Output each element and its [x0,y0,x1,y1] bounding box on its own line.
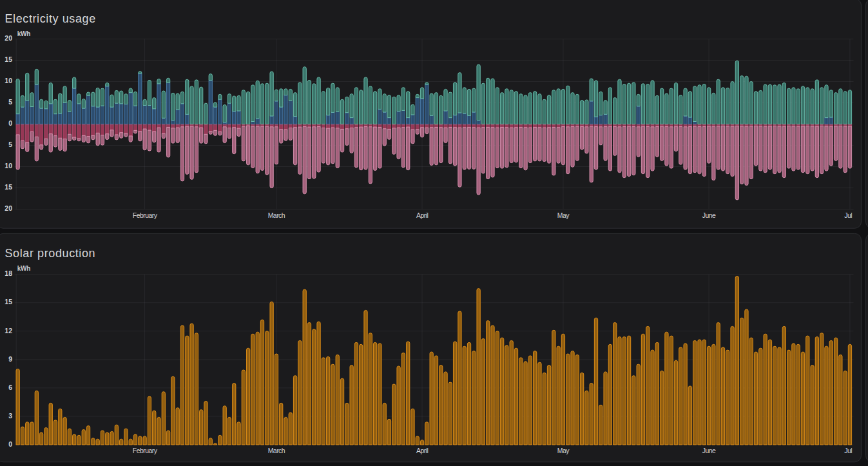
svg-text:kWh: kWh [17,30,31,37]
svg-text:0: 0 [8,440,12,448]
svg-text:15: 15 [5,298,12,306]
svg-text:April: April [416,211,428,219]
svg-text:February: February [133,211,158,219]
svg-text:Solar production: Solar production [5,247,96,260]
svg-text:9: 9 [8,355,12,363]
svg-text:0: 0 [8,119,12,127]
svg-text:20: 20 [5,204,12,212]
svg-text:3: 3 [8,412,12,420]
svg-text:5: 5 [8,141,12,148]
svg-text:5: 5 [8,98,12,106]
svg-text:15: 15 [5,183,12,191]
svg-text:20: 20 [5,34,12,42]
svg-text:6: 6 [8,383,12,391]
svg-text:12: 12 [5,327,12,335]
svg-text:March: March [268,447,285,454]
svg-text:June: June [702,447,716,454]
svg-text:kWh: kWh [17,265,31,272]
svg-text:Jul: Jul [844,447,852,454]
svg-text:March: March [268,211,285,219]
svg-text:Jul: Jul [844,211,852,219]
svg-text:10: 10 [5,162,12,170]
svg-text:18: 18 [5,269,12,277]
svg-text:15: 15 [5,55,12,63]
svg-text:June: June [702,211,716,219]
svg-text:February: February [133,447,158,454]
svg-text:Electricity usage: Electricity usage [5,12,96,25]
svg-text:May: May [557,211,570,219]
svg-text:May: May [557,447,570,454]
svg-text:10: 10 [5,77,12,84]
svg-text:April: April [416,447,428,454]
